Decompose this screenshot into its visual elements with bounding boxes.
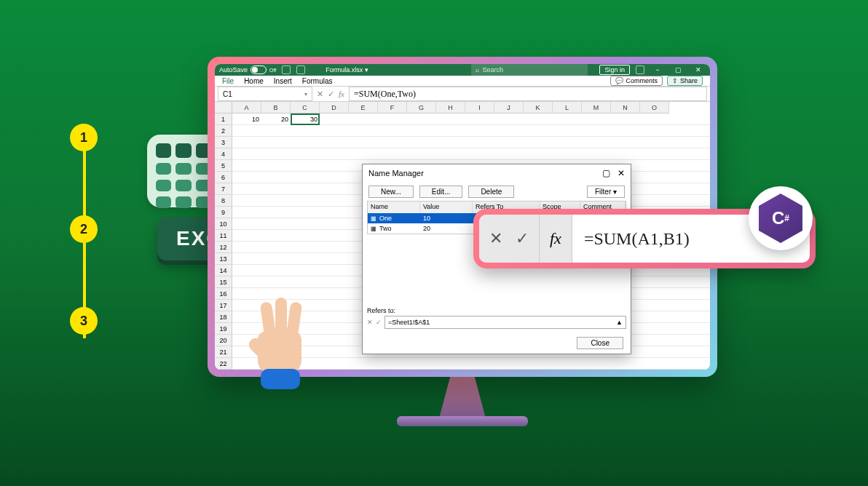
autosave-toggle[interactable]: AutoSave Off [219,65,276,74]
search-icon: ⌕ [476,66,479,73]
row-6[interactable]: 6 [215,172,232,183]
row-16[interactable]: 16 [215,288,232,300]
row-15[interactable]: 15 [215,276,232,288]
row-12[interactable]: 12 [215,242,232,253]
row-8[interactable]: 8 [215,195,232,207]
steps-list: 1 2 3 [70,124,98,399]
dialog-close-button[interactable]: ✕ [618,168,625,178]
col-H[interactable]: H [436,102,465,113]
search-input[interactable]: ⌕ Search [471,64,588,76]
cell-B1[interactable]: 20 [261,113,291,125]
csharp-logo-icon: C# [759,194,802,243]
tab-insert[interactable]: Insert [274,77,292,85]
col-K[interactable]: K [524,102,553,113]
col-L[interactable]: L [553,102,582,113]
ribbon: File Home Insert Formulas 💬Comments ⇪Sha… [215,76,710,87]
tab-file[interactable]: File [222,77,234,85]
dialog-title: Name Manager [368,169,424,178]
minimize-button[interactable]: − [650,66,665,73]
name-icon: ▦ [368,226,376,232]
dialog-titlebar: Name Manager ▢ ✕ [363,164,631,182]
comments-button[interactable]: 💬Comments [610,76,663,86]
row-2[interactable]: 2 [215,125,232,137]
monitor-stand [433,375,492,418]
col-D[interactable]: D [320,102,349,113]
range-picker-icon[interactable]: ▲ [616,319,623,326]
row-3[interactable]: 3 [215,137,232,148]
col-E[interactable]: E [349,102,378,113]
name-icon: ▦ [368,215,376,222]
share-button[interactable]: ⇪Share [667,76,703,86]
filename[interactable]: Formula.xlsx ▾ [326,66,368,73]
name-box[interactable]: C1 [218,87,312,101]
callout-accept-icon[interactable]: ✓ [516,229,529,248]
row-17[interactable]: 17 [215,300,232,311]
nm-col-value[interactable]: Value [420,202,473,213]
hand-icon [246,302,312,397]
formula-input[interactable]: =SUM(One,Two) [349,87,707,101]
row-10[interactable]: 10 [215,218,232,230]
column-headers: A B C D E F G H I J K L M N O [215,102,710,113]
tab-home[interactable]: Home [244,77,264,85]
autosave-state: Off [269,68,276,73]
col-N[interactable]: N [611,102,640,113]
maximize-button[interactable]: ▢ [671,66,685,73]
filter-button[interactable]: Filter ▾ [587,186,625,198]
step-2: 2 [70,215,98,243]
signin-button[interactable]: Sign in [599,65,630,75]
col-F[interactable]: F [378,102,407,113]
cancel-formula-icon[interactable]: ✕ [317,89,323,99]
nm-col-name[interactable]: Name [368,202,420,213]
close-button[interactable]: ✕ [691,66,706,73]
row-20[interactable]: 20 [215,335,232,346]
row-11[interactable]: 11 [215,230,232,242]
row-21[interactable]: 21 [215,346,232,358]
row-13[interactable]: 13 [215,253,232,265]
row-1[interactable]: 1 [215,113,232,125]
accept-formula-icon[interactable]: ✓ [328,89,334,99]
col-C[interactable]: C [291,102,320,113]
row-18[interactable]: 18 [215,311,232,323]
dialog-maximize-button[interactable]: ▢ [602,168,610,178]
row-9[interactable]: 9 [215,207,232,218]
row-7[interactable]: 7 [215,183,232,195]
callout-fx-icon[interactable]: fx [539,215,572,263]
monitor-base [397,416,528,426]
formula-bar: C1 ✕ ✓ fx =SUM(One,Two) [215,87,710,102]
row-5[interactable]: 5 [215,160,232,172]
tab-formulas[interactable]: Formulas [302,77,333,85]
row-19[interactable]: 19 [215,323,232,335]
row-22[interactable]: 22 [215,358,232,370]
titlebar: AutoSave Off Formula.xlsx ▾ ⌕ Search Sig… [215,64,710,76]
fx-icon[interactable]: fx [339,89,344,98]
step-1: 1 [70,124,98,151]
select-all-corner[interactable] [215,102,232,113]
row-4[interactable]: 4 [215,148,232,160]
toggle-icon[interactable] [250,65,267,74]
col-I[interactable]: I [465,102,494,113]
refers-accept-icon[interactable]: ✓ [376,319,382,326]
col-O[interactable]: O [640,102,669,113]
new-button[interactable]: New... [368,186,414,198]
selection-box [291,113,320,125]
refers-to-input[interactable]: =Sheet1!$A$1 ▲ [384,316,626,329]
col-A[interactable]: A [232,102,261,113]
refers-to-label: Refers to: [367,307,626,314]
cell-A1[interactable]: 10 [232,113,261,125]
ribbon-mode-icon[interactable] [636,65,644,74]
col-M[interactable]: M [582,102,611,113]
row-14[interactable]: 14 [215,265,232,276]
callout-formula-text: =SUM(A1,B1) [572,229,701,249]
col-B[interactable]: B [261,102,291,113]
callout-cancel-icon[interactable]: ✕ [489,229,502,248]
undo-icon[interactable] [296,65,305,74]
autosave-label: AutoSave [219,66,248,73]
close-dialog-button[interactable]: Close [577,337,623,349]
row-headers: 1234567891011121314151617181920212223242… [215,113,232,370]
delete-button[interactable]: Delete [468,186,514,198]
edit-button[interactable]: Edit... [419,186,463,198]
refers-cancel-icon[interactable]: ✕ [367,319,373,326]
save-icon[interactable] [282,65,291,74]
col-G[interactable]: G [407,102,436,113]
col-J[interactable]: J [494,102,524,113]
